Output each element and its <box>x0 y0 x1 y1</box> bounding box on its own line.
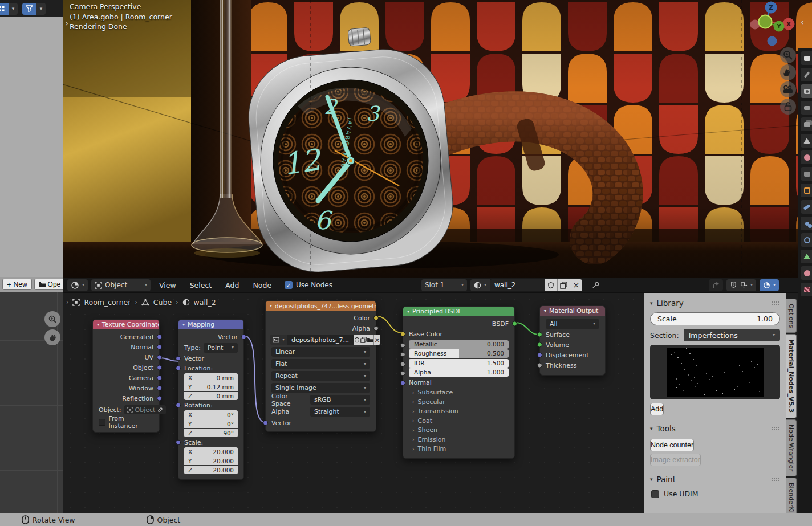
location-y-field[interactable]: Y0.12 mm <box>184 382 238 391</box>
extension-dropdown[interactable]: Repeat▾ <box>271 371 370 381</box>
new-material-button[interactable] <box>557 279 570 291</box>
collapse-icon[interactable]: ▾ <box>182 322 185 327</box>
socket-scale[interactable] <box>176 440 181 445</box>
tools-panel-header[interactable]: ▾Tools <box>644 421 786 437</box>
node-principled-bsdf[interactable]: ▾ Principled BSDF BSDF Base Color Metall… <box>403 306 515 459</box>
location-x-field[interactable]: X0 mm <box>184 373 238 382</box>
pan-gizmo-button[interactable] <box>44 329 60 345</box>
node-texture-coordinate[interactable]: ▾ Texture Coordinate Generated Normal UV… <box>92 319 160 433</box>
properties-tab-material-icon[interactable] <box>801 266 812 280</box>
roughness-slider[interactable]: Roughness0.500 <box>409 349 509 358</box>
metallic-slider[interactable]: Metallic0.000 <box>409 340 509 349</box>
display-mode-button[interactable]: ▾ <box>0 3 18 15</box>
socket-base-color[interactable] <box>400 332 405 337</box>
alpha-mode-dropdown[interactable]: Straight▾ <box>310 407 370 417</box>
browse-image-button[interactable]: ▾ <box>270 335 287 345</box>
menu-node[interactable]: Node <box>247 281 277 289</box>
scale-z-field[interactable]: Z20.000 <box>184 466 238 474</box>
toolbar-expand-arrow[interactable]: › <box>65 18 68 28</box>
properties-tab-texture-icon[interactable] <box>801 283 812 296</box>
unlink-material-button[interactable]: × <box>570 279 582 291</box>
node-mapping[interactable]: ▾ Mapping Vector Type: Point▾ Vector Loc… <box>178 319 244 480</box>
section-thin-film[interactable]: ›Thin Film <box>403 445 514 454</box>
alpha-slider[interactable]: Alpha1.000 <box>409 368 509 377</box>
section-specular[interactable]: ›Specular <box>403 397 514 407</box>
socket-generated[interactable] <box>157 335 162 340</box>
panel-grip[interactable] <box>771 301 780 305</box>
socket-object[interactable] <box>157 365 162 370</box>
3d-viewport[interactable]: 12 2 3 6 JAVARGONAUT › ‹ Z X Y <box>63 0 812 278</box>
paint-panel-header[interactable]: ▾Paint <box>644 471 786 487</box>
socket-displacement[interactable] <box>537 353 542 358</box>
properties-tab-world-icon[interactable] <box>801 150 812 164</box>
section-emission[interactable]: ›Emission <box>403 435 514 445</box>
location-z-field[interactable]: Z0 mm <box>184 392 238 400</box>
socket-ior[interactable] <box>400 361 405 366</box>
socket-location[interactable] <box>176 366 181 371</box>
eyedropper-icon[interactable] <box>157 407 163 413</box>
socket-thickness[interactable] <box>537 363 542 368</box>
properties-tab-scene-icon[interactable] <box>801 134 812 148</box>
socket-surface[interactable] <box>537 332 542 337</box>
use-nodes-toggle[interactable]: ✓ Use Nodes <box>285 281 332 289</box>
material-name-field[interactable]: wall_2 <box>490 279 545 291</box>
socket-alpha-out[interactable] <box>373 326 379 331</box>
use-udim-checkbox[interactable] <box>651 490 659 498</box>
color-space-dropdown[interactable]: sRGB▾ <box>310 395 370 405</box>
output-target-dropdown[interactable]: All▾ <box>546 319 599 329</box>
fake-user-button[interactable] <box>354 335 360 345</box>
tab-options[interactable]: Options <box>786 299 797 333</box>
socket-metallic[interactable] <box>400 342 405 348</box>
object-picker-field[interactable]: Object <box>124 405 167 414</box>
open-image-button[interactable] <box>367 335 373 345</box>
socket-camera[interactable] <box>157 376 162 381</box>
projection-dropdown[interactable]: Flat▾ <box>271 359 370 369</box>
interpolation-dropdown[interactable]: Linear▾ <box>271 347 370 357</box>
library-add-button[interactable]: Add <box>650 403 664 415</box>
collapse-icon[interactable]: ▾ <box>407 309 409 314</box>
socket-bsdf-out[interactable] <box>512 321 517 327</box>
shader-node-editor[interactable]: ▾ Object ▾ View Select Add Node ✓ Use No… <box>63 278 798 513</box>
browse-material-button[interactable]: ▾ <box>470 279 490 291</box>
editor-type-button[interactable] <box>801 51 812 65</box>
section-subsurface[interactable]: ›Subsurface <box>403 388 514 398</box>
socket-reflection[interactable] <box>157 396 162 401</box>
fake-user-button[interactable] <box>545 279 557 291</box>
properties-tab-collection-icon[interactable] <box>801 167 812 181</box>
library-preview-box[interactable] <box>650 345 780 399</box>
properties-tab-tool-icon[interactable] <box>801 68 812 81</box>
menu-view[interactable]: View <box>154 281 181 289</box>
menu-add[interactable]: Add <box>220 281 244 289</box>
breadcrumb-object[interactable]: Cube <box>153 298 172 307</box>
socket-alpha[interactable] <box>400 371 405 376</box>
socket-vector-in[interactable] <box>176 356 181 361</box>
socket-roughness[interactable] <box>400 352 405 357</box>
breadcrumb-expand-arrow[interactable]: › <box>66 299 68 306</box>
menu-select[interactable]: Select <box>185 281 217 289</box>
section-coat[interactable]: ›Coat <box>403 416 514 426</box>
unlink-image-button[interactable]: × <box>373 335 380 345</box>
go-to-parent-tree-button[interactable] <box>709 279 723 291</box>
ior-field[interactable]: IOR1.500 <box>409 359 509 368</box>
image-editor-canvas[interactable] <box>0 292 63 513</box>
open-image-button[interactable]: Ope <box>34 279 63 290</box>
scale-y-field[interactable]: Y20.000 <box>184 456 238 465</box>
section-transmission[interactable]: ›Transmission <box>403 407 514 417</box>
new-image-button[interactable]: + New <box>2 279 32 290</box>
properties-tab-output-icon[interactable] <box>801 101 812 115</box>
chevron-down-icon[interactable]: ▾ <box>36 3 46 15</box>
breadcrumb-scene[interactable]: Room_corner <box>84 298 131 307</box>
zoom-gizmo-button[interactable] <box>44 311 60 327</box>
editor-type-dropdown[interactable]: ▾ <box>67 279 88 291</box>
gizmo-neg-z[interactable] <box>768 36 777 46</box>
socket-uv[interactable] <box>157 355 162 360</box>
mapping-type-dropdown[interactable]: Point▾ <box>204 343 238 353</box>
breadcrumb-material[interactable]: wall_2 <box>194 298 216 307</box>
gizmo-center[interactable] <box>759 15 772 28</box>
preview-shading-button[interactable]: ▾ <box>760 279 779 291</box>
properties-tab-modifier-icon[interactable] <box>801 200 812 214</box>
collapse-icon[interactable]: ▾ <box>270 303 272 308</box>
socket-window[interactable] <box>157 386 162 391</box>
from-instancer-checkbox[interactable] <box>99 419 105 426</box>
snapping-controls[interactable]: ▾ <box>726 279 756 291</box>
